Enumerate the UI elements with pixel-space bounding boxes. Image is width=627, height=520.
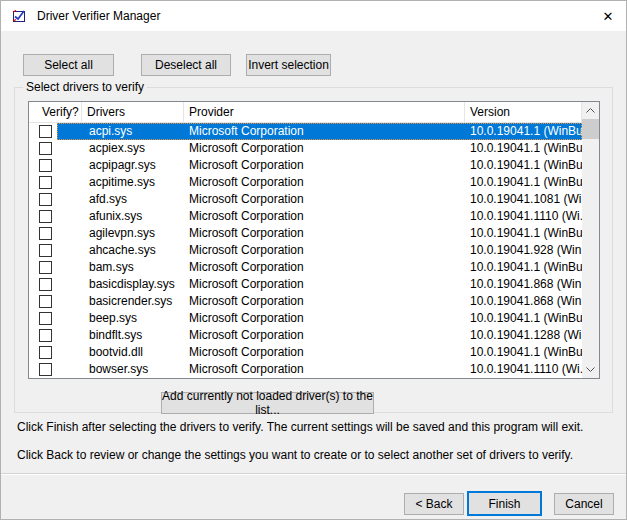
provider-cell: Microsoft Corporation (184, 242, 465, 259)
table-row[interactable]: acpiex.sys Microsoft Corporation 10.0.19… (29, 140, 582, 157)
scrollbar-track[interactable] (582, 139, 599, 361)
finish-instruction-text: Click Finish after selecting the drivers… (17, 420, 617, 434)
scrollbar-up-icon[interactable] (582, 102, 599, 119)
row-main[interactable]: bowser.sys Microsoft Corporation 10.0.19… (57, 361, 582, 378)
row-main[interactable]: afunix.sys Microsoft Corporation 10.0.19… (57, 208, 582, 225)
row-main[interactable]: bam.sys Microsoft Corporation 10.0.19041… (57, 259, 582, 276)
verify-checkbox[interactable] (39, 227, 52, 240)
verify-cell (29, 208, 57, 225)
verify-checkbox[interactable] (39, 159, 52, 172)
back-instruction-text: Click Back to review or change the setti… (17, 448, 617, 462)
provider-cell: Microsoft Corporation (184, 327, 465, 344)
table-row[interactable]: bootvid.dll Microsoft Corporation 10.0.1… (29, 344, 582, 361)
table-row[interactable]: bindflt.sys Microsoft Corporation 10.0.1… (29, 327, 582, 344)
cancel-button[interactable]: Cancel (554, 493, 614, 515)
scrollbar-down-icon[interactable] (582, 361, 599, 378)
provider-cell: Microsoft Corporation (184, 225, 465, 242)
row-main[interactable]: beep.sys Microsoft Corporation 10.0.1904… (57, 310, 582, 327)
table-row[interactable]: afunix.sys Microsoft Corporation 10.0.19… (29, 208, 582, 225)
provider-cell: Microsoft Corporation (184, 293, 465, 310)
driver-name-cell: beep.sys (57, 310, 184, 327)
invert-selection-button[interactable]: Invert selection (246, 54, 331, 76)
verify-checkbox[interactable] (39, 193, 52, 206)
verify-cell (29, 225, 57, 242)
row-main[interactable]: afd.sys Microsoft Corporation 10.0.19041… (57, 191, 582, 208)
row-main[interactable]: ahcache.sys Microsoft Corporation 10.0.1… (57, 242, 582, 259)
verify-cell (29, 293, 57, 310)
verify-checkbox[interactable] (39, 363, 52, 376)
version-cell: 10.0.19041.1 (WinBui... (465, 310, 582, 327)
provider-cell: Microsoft Corporation (184, 174, 465, 191)
version-cell: 10.0.19041.1 (WinBui... (465, 140, 582, 157)
row-main[interactable]: agilevpn.sys Microsoft Corporation 10.0.… (57, 225, 582, 242)
verify-checkbox[interactable] (39, 176, 52, 189)
verify-checkbox[interactable] (39, 346, 52, 359)
finish-button[interactable]: Finish (467, 491, 542, 516)
provider-cell: Microsoft Corporation (184, 191, 465, 208)
row-main[interactable]: acpi.sys Microsoft Corporation 10.0.1904… (57, 123, 582, 140)
verify-checkbox[interactable] (39, 244, 52, 257)
footer-divider (1, 473, 627, 475)
titlebar: Driver Verifier Manager ✕ (1, 1, 626, 31)
provider-cell: Microsoft Corporation (184, 259, 465, 276)
window-title: Driver Verifier Manager (37, 9, 160, 23)
column-header-version[interactable]: Version (465, 102, 582, 122)
verify-checkbox[interactable] (39, 278, 52, 291)
verify-checkbox[interactable] (39, 312, 52, 325)
select-all-button[interactable]: Select all (23, 54, 114, 76)
verify-checkbox[interactable] (39, 210, 52, 223)
row-main[interactable]: acpipagr.sys Microsoft Corporation 10.0.… (57, 157, 582, 174)
table-row[interactable]: bam.sys Microsoft Corporation 10.0.19041… (29, 259, 582, 276)
table-row[interactable]: afd.sys Microsoft Corporation 10.0.19041… (29, 191, 582, 208)
table-row[interactable]: ahcache.sys Microsoft Corporation 10.0.1… (29, 242, 582, 259)
row-main[interactable]: acpitime.sys Microsoft Corporation 10.0.… (57, 174, 582, 191)
verify-checkbox[interactable] (39, 329, 52, 342)
column-header-drivers[interactable]: Drivers (82, 102, 184, 122)
table-rows: acpi.sys Microsoft Corporation 10.0.1904… (29, 123, 582, 378)
table-row[interactable]: basicrender.sys Microsoft Corporation 10… (29, 293, 582, 310)
verify-checkbox[interactable] (39, 142, 52, 155)
version-cell: 10.0.19041.1 (WinBui... (465, 123, 582, 140)
table-row[interactable]: bowser.sys Microsoft Corporation 10.0.19… (29, 361, 582, 378)
provider-cell: Microsoft Corporation (184, 140, 465, 157)
scrollbar-thumb[interactable] (582, 119, 599, 139)
add-not-loaded-drivers-button[interactable]: Add currently not loaded driver(s) to th… (161, 392, 374, 414)
row-main[interactable]: acpiex.sys Microsoft Corporation 10.0.19… (57, 140, 582, 157)
provider-cell: Microsoft Corporation (184, 344, 465, 361)
row-main[interactable]: basicrender.sys Microsoft Corporation 10… (57, 293, 582, 310)
verify-checkbox[interactable] (39, 125, 52, 138)
verify-checkbox[interactable] (39, 295, 52, 308)
vertical-scrollbar[interactable] (582, 102, 599, 378)
verify-cell (29, 242, 57, 259)
verify-cell (29, 259, 57, 276)
row-main[interactable]: bootvid.dll Microsoft Corporation 10.0.1… (57, 344, 582, 361)
verify-cell (29, 123, 57, 140)
column-header-provider[interactable]: Provider (184, 102, 465, 122)
driver-name-cell: afd.sys (57, 191, 184, 208)
table-row[interactable]: acpitime.sys Microsoft Corporation 10.0.… (29, 174, 582, 191)
provider-cell: Microsoft Corporation (184, 361, 465, 378)
deselect-all-button[interactable]: Deselect all (141, 54, 231, 76)
provider-cell: Microsoft Corporation (184, 123, 465, 140)
row-main[interactable]: basicdisplay.sys Microsoft Corporation 1… (57, 276, 582, 293)
drivers-list: Verify? Drivers Provider Version acpi.sy… (28, 101, 600, 379)
table-row[interactable]: basicdisplay.sys Microsoft Corporation 1… (29, 276, 582, 293)
verify-cell (29, 276, 57, 293)
provider-cell: Microsoft Corporation (184, 310, 465, 327)
back-button[interactable]: < Back (404, 493, 464, 515)
table-row[interactable]: beep.sys Microsoft Corporation 10.0.1904… (29, 310, 582, 327)
version-cell: 10.0.19041.1288 (Wi... (465, 327, 582, 344)
table-row[interactable]: acpipagr.sys Microsoft Corporation 10.0.… (29, 157, 582, 174)
driver-name-cell: basicrender.sys (57, 293, 184, 310)
table-row[interactable]: agilevpn.sys Microsoft Corporation 10.0.… (29, 225, 582, 242)
verify-cell (29, 361, 57, 378)
column-header-verify[interactable]: Verify? (29, 102, 82, 122)
row-main[interactable]: bindflt.sys Microsoft Corporation 10.0.1… (57, 327, 582, 344)
version-cell: 10.0.19041.868 (Win... (465, 293, 582, 310)
driver-name-cell: acpiex.sys (57, 140, 184, 157)
verify-checkbox[interactable] (39, 261, 52, 274)
driver-name-cell: acpitime.sys (57, 174, 184, 191)
version-cell: 10.0.19041.928 (Win... (465, 242, 582, 259)
close-icon[interactable]: ✕ (596, 5, 620, 27)
table-row[interactable]: acpi.sys Microsoft Corporation 10.0.1904… (29, 123, 582, 140)
